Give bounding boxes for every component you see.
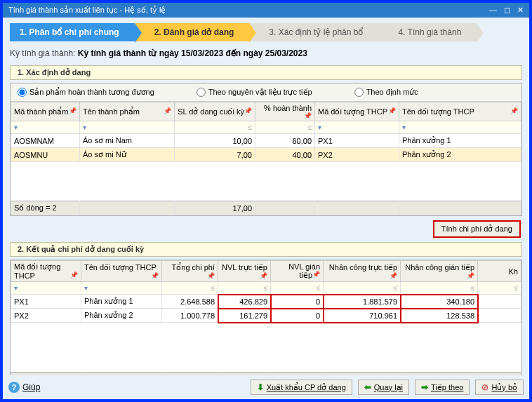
radio-equivalent[interactable]: Sản phẩm hoàn thành tương đương xyxy=(18,88,154,97)
pin-icon: 📌 xyxy=(69,107,77,114)
pin-icon: 📌 xyxy=(304,112,312,119)
table-row: PX2Phân xưởng 2 1.000.778 161.279 0 710.… xyxy=(11,309,521,323)
help-button[interactable]: Giúp xyxy=(22,382,40,392)
grid-wip[interactable]: Mã thành phẩm📌 Tên thành phẩm📌 SL dở dan… xyxy=(11,102,521,162)
filter-row[interactable]: ▾▾ ≤≤ ▾▾ xyxy=(11,121,521,134)
table-row: AOSMNUÁo sơ mi Nữ 7,0040,00 PX2Phân xưởn… xyxy=(11,148,521,162)
grid-result[interactable]: Mã đối tượng THCP📌 Tên đối tượng THCP📌 T… xyxy=(11,260,521,323)
section-2-header: 2. Kết quả chi phí dở dang cuối kỳ xyxy=(10,242,522,257)
minimize-icon[interactable]: — xyxy=(489,6,497,15)
pin-icon: 📌 xyxy=(164,107,171,114)
back-button[interactable]: ⬅Quay lại xyxy=(358,380,409,395)
section-1-header: 1. Xác định dở dang xyxy=(10,65,522,80)
table-row: PX1Phân xưởng 1 2.648.588 426.829 0 1.88… xyxy=(11,295,521,309)
next-button[interactable]: ➡Tiếp theo xyxy=(415,380,470,395)
period-info: Kỳ tính giá thành: Kỳ tính giá thành từ … xyxy=(10,48,522,58)
window-title: Tính giá thành sản xuất liên tục - Hệ số… xyxy=(8,6,166,15)
pin-icon: 📌 xyxy=(244,107,252,114)
radio-norm[interactable]: Theo định mức xyxy=(354,88,418,97)
footer-bar: ? Giúp ⬇Xuất khẩu CP dở dang ⬅Quay lại ➡… xyxy=(3,375,529,399)
app-window: Tính giá thành sản xuất liên tục - Hệ số… xyxy=(3,3,529,399)
period-label: Kỳ tính giá thành: xyxy=(10,48,75,58)
cancel-button[interactable]: ⊘Hủy bỏ xyxy=(475,380,524,395)
help-icon[interactable]: ? xyxy=(8,382,20,393)
pin-icon: 📌 xyxy=(510,107,518,114)
export-icon: ⬇ xyxy=(257,382,264,392)
section-1-panel: Sản phẩm hoàn thành tương đương Theo ngu… xyxy=(10,83,522,216)
close-icon[interactable]: ✕ xyxy=(517,6,524,15)
table-row: AOSMNAMÁo sơ mi Nam 10,0060,00 PX1Phân x… xyxy=(11,134,521,148)
step-2[interactable]: 2. Đánh giá dở dang xyxy=(135,23,250,41)
maximize-icon[interactable]: ◻ xyxy=(504,6,510,15)
titlebar: Tính giá thành sản xuất liên tục - Hệ số… xyxy=(3,3,529,18)
radio-direct-material[interactable]: Theo nguyên vật liệu trực tiếp xyxy=(197,88,312,97)
filter-row[interactable]: ▾▾ ≤≤≤ ≤≤≤ xyxy=(11,282,521,295)
period-value: Kỳ tính giá thành từ ngày 15/03/2023 đến… xyxy=(78,48,307,58)
cancel-icon: ⊘ xyxy=(481,382,488,392)
summary-row: Số dòng = 2 17,00 xyxy=(11,201,521,215)
step-4[interactable]: 4. Tính giá thành xyxy=(378,23,477,41)
wizard-stepper: 1. Phân bổ chi phí chung 2. Đánh giá dở … xyxy=(10,23,522,41)
arrow-right-icon: ➡ xyxy=(421,382,428,392)
step-3[interactable]: 3. Xác định tỷ lệ phân bổ xyxy=(249,23,378,41)
calc-wip-button[interactable]: Tính chi phí dở dang xyxy=(433,220,521,238)
step-1[interactable]: 1. Phân bổ chi phí chung xyxy=(10,23,135,41)
arrow-left-icon: ⬅ xyxy=(364,382,371,392)
section-2-panel: Mã đối tượng THCP📌 Tên đối tượng THCP📌 T… xyxy=(10,260,522,375)
pin-icon: 📌 xyxy=(388,107,396,114)
export-button[interactable]: ⬇Xuất khẩu CP dở dang xyxy=(251,380,352,395)
